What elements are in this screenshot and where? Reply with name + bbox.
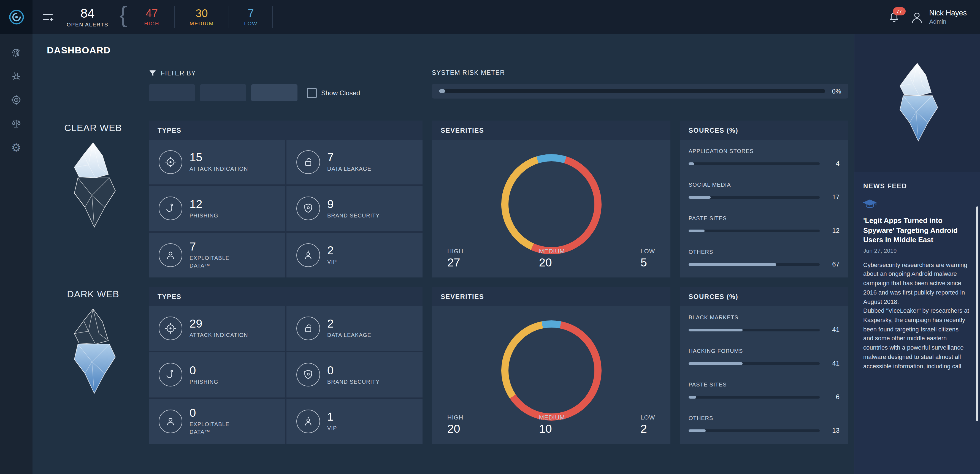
topbar-severity-count-medium[interactable]: 30 MEDIUM [175, 6, 229, 28]
type-item[interactable]: 7 DATA LEAKAGE [286, 140, 423, 185]
type-item[interactable]: 2 DATA LEAKAGE [286, 306, 423, 351]
filter-button-month[interactable] [200, 84, 246, 101]
fingerprint-icon [11, 47, 22, 59]
notification-badge: 77 [892, 7, 905, 16]
source-row: PASTE SITES 6 [689, 382, 840, 401]
news-feed-title: NEWS FEED [863, 182, 970, 190]
type-item[interactable]: 15 ATTACK INDICATION [149, 140, 285, 185]
filter-button-week[interactable] [251, 84, 298, 101]
sidebar-item-intel-targets[interactable] [0, 88, 32, 112]
type-label: EXPLOITABLE DATA™ [189, 255, 249, 269]
attack-indication-icon [159, 150, 182, 174]
type-item[interactable]: 2 VIP [286, 233, 423, 277]
logo-icon [8, 9, 24, 25]
donut-hole [508, 161, 594, 247]
type-label: VIP [327, 425, 337, 432]
type-value: 7 [189, 241, 249, 253]
severity-legend-item: MEDIUM 10 [539, 414, 565, 436]
source-row: OTHERS 67 [689, 249, 840, 268]
type-item[interactable]: 0 BRAND SECURITY [286, 353, 423, 398]
type-item[interactable]: 9 BRAND SECURITY [286, 186, 423, 231]
phishing-icon [159, 363, 182, 387]
source-bar-fill [689, 263, 776, 266]
topbar-severity-count-high[interactable]: 47 HIGH [129, 6, 175, 28]
severities-card: SEVERITIES HIGH 20 MEDIUM 10 LOW 2 [432, 287, 670, 444]
source-bar-fill [689, 162, 694, 165]
severity-legend-label: MEDIUM [539, 248, 565, 254]
type-item[interactable]: 12 PHISHING [149, 186, 285, 231]
type-label: BRAND SECURITY [327, 212, 380, 219]
user-name: Nick Hayes [929, 9, 967, 18]
source-label: APPLICATION STORES [689, 148, 840, 154]
web-label: DARK WEB [67, 289, 119, 300]
type-value: 0 [327, 364, 380, 376]
news-category-icon [863, 201, 877, 211]
source-bar-track [689, 396, 820, 398]
news-scrollbar[interactable] [976, 206, 978, 421]
exploitable-data-icon [159, 410, 182, 433]
severities-donut-chart [501, 154, 601, 254]
news-item-date: Jun 27, 2019 [863, 247, 970, 254]
source-label: PASTE SITES [689, 382, 840, 388]
notifications-button[interactable]: 77 [887, 11, 900, 24]
open-alerts-summary[interactable]: 84 OPEN ALERTS [67, 7, 108, 27]
risk-meter-value: 0% [832, 88, 841, 94]
brace-glyph: { [119, 3, 127, 27]
sidebar-collapse-button[interactable] [41, 11, 54, 24]
data-leakage-icon [296, 150, 320, 174]
severity-legend-value: 10 [539, 422, 565, 436]
topbar: 84 OPEN ALERTS { 47 HIGH 30 MEDIUM 7 LOW… [0, 0, 980, 34]
threat-bug-icon [11, 70, 22, 82]
severities-card: SEVERITIES HIGH 27 MEDIUM 20 LOW 5 [432, 120, 670, 277]
vip-icon [296, 410, 320, 433]
app-logo[interactable] [0, 0, 32, 34]
filter-by-label: FILTER BY [161, 70, 196, 76]
type-value: 0 [189, 407, 249, 419]
type-label: ATTACK INDICATION [189, 165, 248, 173]
source-bar-fill [689, 396, 697, 398]
type-label: DATA LEAKAGE [327, 332, 371, 339]
user-menu[interactable]: Nick Hayes Admin [909, 9, 967, 25]
user-avatar-icon [909, 10, 924, 24]
type-value: 12 [189, 198, 218, 210]
right-panel: NEWS FEED 'Legit Apps Turned into Spywar… [854, 34, 980, 474]
filter-button-year[interactable] [149, 84, 195, 101]
web-section-label-cell: CLEAR WEB [47, 120, 139, 277]
type-item[interactable]: 0 PHISHING [149, 353, 285, 398]
source-value: 41 [826, 360, 840, 367]
topbar-severity-count-low[interactable]: 7 LOW [229, 6, 273, 28]
checkbox-box[interactable] [307, 88, 317, 98]
sources-card: SOURCES (%) APPLICATION STORES 4 SOCIAL … [680, 120, 848, 277]
sidebar-item-settings[interactable]: ⚙ [0, 135, 32, 159]
source-label: HACKING FORUMS [689, 348, 840, 354]
news-item[interactable]: 'Legit Apps Turned into Spyware' Targeti… [863, 199, 970, 371]
severity-legend-item: MEDIUM 20 [539, 248, 565, 269]
sidebar-item-threats[interactable] [0, 64, 32, 88]
source-bar-track [689, 196, 820, 198]
severity-legend-value: 2 [640, 422, 655, 436]
type-label: PHISHING [189, 212, 218, 219]
brand-security-icon [296, 197, 320, 220]
filter-bar: FILTER BY Show Closed [149, 69, 423, 111]
source-bar-fill [689, 229, 704, 232]
sidebar-item-remediation[interactable] [0, 112, 32, 135]
type-label: PHISHING [189, 378, 218, 386]
source-row: BLACK MARKETS 41 [689, 314, 840, 334]
attack-indication-icon [159, 317, 182, 340]
iceberg-hero [854, 34, 980, 172]
source-label: SOCIAL MEDIA [689, 182, 840, 188]
grid-spacer [47, 69, 139, 111]
sidebar-item-alerts[interactable] [0, 41, 32, 64]
source-value: 12 [826, 227, 840, 235]
phishing-icon [159, 197, 182, 220]
type-item[interactable]: 1 VIP [286, 399, 423, 444]
type-item[interactable]: 29 ATTACK INDICATION [149, 306, 285, 351]
type-item[interactable]: 0 EXPLOITABLE DATA™ [149, 399, 285, 444]
show-closed-checkbox[interactable]: Show Closed [307, 88, 360, 98]
data-leakage-icon [296, 317, 320, 340]
type-item[interactable]: 7 EXPLOITABLE DATA™ [149, 233, 285, 277]
severity-legend-label: LOW [640, 414, 655, 421]
page-title: DASHBOARD [47, 45, 854, 56]
source-row: APPLICATION STORES 4 [689, 148, 840, 167]
sources-card-title: SOURCES (%) [680, 287, 848, 306]
